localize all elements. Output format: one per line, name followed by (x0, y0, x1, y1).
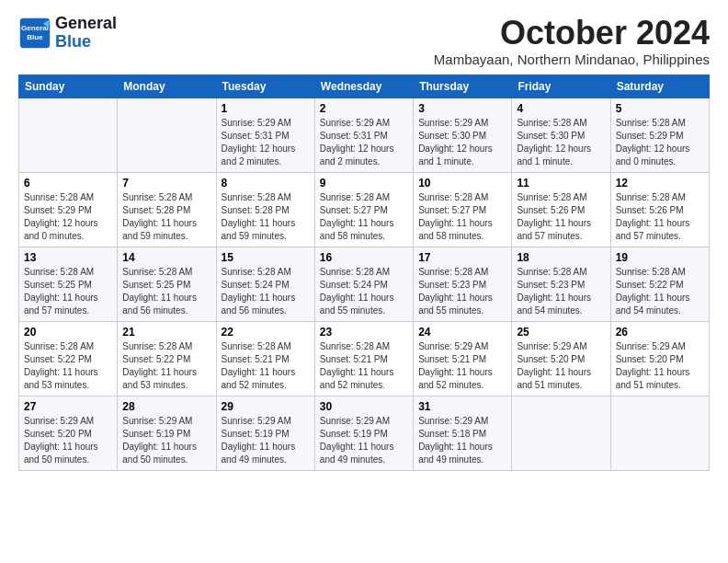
calendar-cell: 14Sunrise: 5:28 AM Sunset: 5:25 PM Dayli… (118, 247, 216, 321)
day-info: Sunrise: 5:28 AM Sunset: 5:26 PM Dayligh… (616, 191, 704, 243)
calendar-week-row: 20Sunrise: 5:28 AM Sunset: 5:22 PM Dayli… (19, 321, 710, 396)
calendar-cell: 12Sunrise: 5:28 AM Sunset: 5:26 PM Dayli… (610, 172, 709, 247)
day-info: Sunrise: 5:28 AM Sunset: 5:29 PM Dayligh… (616, 117, 704, 168)
day-number: 26 (616, 326, 704, 339)
calendar-cell: 31Sunrise: 5:29 AM Sunset: 5:18 PM Dayli… (414, 396, 512, 470)
calendar-cell: 16Sunrise: 5:28 AM Sunset: 5:24 PM Dayli… (314, 247, 413, 321)
calendar-table: SundayMondayTuesdayWednesdayThursdayFrid… (18, 75, 710, 471)
calendar-cell: 29Sunrise: 5:29 AM Sunset: 5:19 PM Dayli… (216, 396, 314, 470)
day-number: 6 (24, 177, 112, 190)
calendar-cell: 20Sunrise: 5:28 AM Sunset: 5:22 PM Dayli… (19, 321, 118, 396)
calendar-cell: 2Sunrise: 5:29 AM Sunset: 5:31 PM Daylig… (314, 98, 413, 172)
calendar-cell: 25Sunrise: 5:29 AM Sunset: 5:20 PM Dayli… (512, 321, 610, 396)
day-info: Sunrise: 5:28 AM Sunset: 5:27 PM Dayligh… (320, 191, 408, 243)
day-number: 31 (418, 400, 506, 413)
day-number: 9 (320, 177, 408, 190)
day-number: 15 (222, 251, 310, 264)
day-number: 18 (517, 251, 605, 264)
day-number: 7 (122, 177, 210, 190)
day-info: Sunrise: 5:28 AM Sunset: 5:25 PM Dayligh… (122, 266, 210, 317)
day-info: Sunrise: 5:29 AM Sunset: 5:19 PM Dayligh… (222, 415, 310, 466)
day-number: 24 (418, 326, 506, 339)
day-number: 28 (122, 400, 210, 413)
day-info: Sunrise: 5:28 AM Sunset: 5:27 PM Dayligh… (418, 191, 506, 243)
calendar-cell: 5Sunrise: 5:28 AM Sunset: 5:29 PM Daylig… (610, 98, 709, 172)
calendar-body: 1Sunrise: 5:29 AM Sunset: 5:31 PM Daylig… (19, 98, 710, 470)
day-info: Sunrise: 5:28 AM Sunset: 5:23 PM Dayligh… (517, 266, 605, 317)
day-number: 8 (222, 177, 310, 190)
day-info: Sunrise: 5:29 AM Sunset: 5:18 PM Dayligh… (418, 415, 506, 466)
day-info: Sunrise: 5:29 AM Sunset: 5:31 PM Dayligh… (320, 117, 408, 168)
weekday-header-cell: Thursday (414, 75, 512, 98)
day-info: Sunrise: 5:29 AM Sunset: 5:19 PM Dayligh… (320, 415, 408, 466)
day-info: Sunrise: 5:29 AM Sunset: 5:20 PM Dayligh… (616, 340, 704, 392)
weekday-header-cell: Friday (512, 75, 610, 98)
day-number: 16 (320, 251, 408, 264)
svg-text:Blue: Blue (27, 33, 43, 41)
day-number: 4 (517, 102, 605, 115)
day-number: 2 (320, 102, 408, 115)
day-info: Sunrise: 5:28 AM Sunset: 5:22 PM Dayligh… (24, 340, 112, 392)
day-info: Sunrise: 5:29 AM Sunset: 5:30 PM Dayligh… (418, 117, 506, 168)
weekday-header-cell: Tuesday (216, 75, 314, 98)
day-number: 20 (24, 326, 112, 339)
day-info: Sunrise: 5:28 AM Sunset: 5:26 PM Dayligh… (517, 191, 605, 243)
calendar-cell: 11Sunrise: 5:28 AM Sunset: 5:26 PM Dayli… (512, 172, 610, 247)
calendar-cell: 1Sunrise: 5:29 AM Sunset: 5:31 PM Daylig… (216, 98, 314, 172)
calendar-cell (610, 396, 709, 470)
logo: General Blue General Blue (18, 15, 117, 52)
day-info: Sunrise: 5:28 AM Sunset: 5:23 PM Dayligh… (418, 266, 506, 317)
calendar-cell (512, 396, 610, 470)
day-info: Sunrise: 5:28 AM Sunset: 5:21 PM Dayligh… (222, 340, 310, 392)
day-number: 14 (122, 251, 210, 264)
calendar-cell: 26Sunrise: 5:29 AM Sunset: 5:20 PM Dayli… (610, 321, 709, 396)
day-info: Sunrise: 5:28 AM Sunset: 5:29 PM Dayligh… (24, 191, 112, 243)
calendar-cell: 13Sunrise: 5:28 AM Sunset: 5:25 PM Dayli… (19, 247, 118, 321)
day-info: Sunrise: 5:28 AM Sunset: 5:22 PM Dayligh… (122, 340, 210, 392)
day-number: 30 (320, 400, 408, 413)
weekday-header-row: SundayMondayTuesdayWednesdayThursdayFrid… (19, 75, 710, 98)
weekday-header-cell: Wednesday (314, 75, 413, 98)
day-info: Sunrise: 5:29 AM Sunset: 5:20 PM Dayligh… (24, 415, 112, 466)
weekday-header-cell: Monday (118, 75, 216, 98)
title-area: October 2024 Mambayaan, Northern Mindana… (434, 15, 710, 67)
day-info: Sunrise: 5:29 AM Sunset: 5:31 PM Dayligh… (222, 117, 310, 168)
day-number: 17 (418, 251, 506, 264)
day-info: Sunrise: 5:29 AM Sunset: 5:21 PM Dayligh… (418, 340, 506, 392)
day-number: 27 (24, 400, 112, 413)
location-subtitle: Mambayaan, Northern Mindanao, Philippine… (434, 52, 710, 67)
logo-icon: General Blue (18, 17, 51, 50)
day-info: Sunrise: 5:28 AM Sunset: 5:30 PM Dayligh… (517, 117, 605, 168)
day-info: Sunrise: 5:28 AM Sunset: 5:22 PM Dayligh… (616, 266, 704, 317)
calendar-cell: 24Sunrise: 5:29 AM Sunset: 5:21 PM Dayli… (414, 321, 512, 396)
calendar-cell (118, 98, 216, 172)
calendar-cell: 17Sunrise: 5:28 AM Sunset: 5:23 PM Dayli… (414, 247, 512, 321)
calendar-cell: 19Sunrise: 5:28 AM Sunset: 5:22 PM Dayli… (610, 247, 709, 321)
calendar-cell: 27Sunrise: 5:29 AM Sunset: 5:20 PM Dayli… (19, 396, 118, 470)
svg-text:General: General (21, 24, 49, 32)
calendar-cell: 4Sunrise: 5:28 AM Sunset: 5:30 PM Daylig… (512, 98, 610, 172)
day-info: Sunrise: 5:29 AM Sunset: 5:19 PM Dayligh… (122, 415, 210, 466)
page-header: General Blue General Blue October 2024 M… (18, 15, 710, 67)
calendar-week-row: 6Sunrise: 5:28 AM Sunset: 5:29 PM Daylig… (19, 172, 710, 247)
day-number: 23 (320, 326, 408, 339)
day-info: Sunrise: 5:28 AM Sunset: 5:24 PM Dayligh… (320, 266, 408, 317)
day-info: Sunrise: 5:28 AM Sunset: 5:28 PM Dayligh… (122, 191, 210, 243)
day-info: Sunrise: 5:29 AM Sunset: 5:20 PM Dayligh… (517, 340, 605, 392)
calendar-cell: 15Sunrise: 5:28 AM Sunset: 5:24 PM Dayli… (216, 247, 314, 321)
calendar-cell: 9Sunrise: 5:28 AM Sunset: 5:27 PM Daylig… (314, 172, 413, 247)
day-info: Sunrise: 5:28 AM Sunset: 5:21 PM Dayligh… (320, 340, 408, 392)
calendar-cell: 21Sunrise: 5:28 AM Sunset: 5:22 PM Dayli… (118, 321, 216, 396)
calendar-cell: 8Sunrise: 5:28 AM Sunset: 5:28 PM Daylig… (216, 172, 314, 247)
calendar-week-row: 27Sunrise: 5:29 AM Sunset: 5:20 PM Dayli… (19, 396, 710, 470)
day-number: 11 (517, 177, 605, 190)
calendar-cell: 6Sunrise: 5:28 AM Sunset: 5:29 PM Daylig… (19, 172, 118, 247)
calendar-cell: 18Sunrise: 5:28 AM Sunset: 5:23 PM Dayli… (512, 247, 610, 321)
calendar-cell: 10Sunrise: 5:28 AM Sunset: 5:27 PM Dayli… (414, 172, 512, 247)
day-number: 5 (616, 102, 704, 115)
day-number: 12 (616, 177, 704, 190)
day-number: 3 (418, 102, 506, 115)
calendar-cell: 7Sunrise: 5:28 AM Sunset: 5:28 PM Daylig… (118, 172, 216, 247)
calendar-cell: 28Sunrise: 5:29 AM Sunset: 5:19 PM Dayli… (118, 396, 216, 470)
weekday-header-cell: Saturday (610, 75, 709, 98)
